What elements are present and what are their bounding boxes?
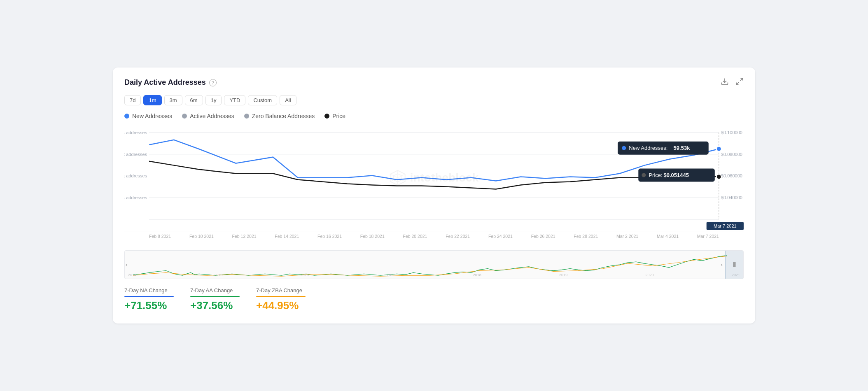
filter-custom[interactable]: Custom — [248, 95, 277, 105]
scroll-left-button[interactable]: ‹ — [126, 261, 128, 268]
x-label-8: Feb 24 2021 — [488, 234, 513, 239]
header-actions — [721, 77, 744, 88]
legend-zero-balance[interactable]: Zero Balance Addresses — [244, 113, 315, 119]
svg-text:75k addresses: 75k addresses — [124, 130, 147, 135]
svg-line-1 — [737, 82, 739, 85]
card-title: Daily Active Addresses — [124, 78, 206, 87]
legend-label-zero: Zero Balance Addresses — [252, 113, 315, 119]
download-icon[interactable] — [721, 77, 729, 88]
scroll-right-button[interactable]: › — [721, 261, 723, 268]
svg-text:Mar 7 2021: Mar 7 2021 — [714, 223, 737, 228]
x-label-3: Feb 14 2021 — [275, 234, 299, 239]
stat-aa-value: +37.56% — [190, 299, 240, 312]
x-label-0: Feb 8 2021 — [149, 234, 171, 239]
svg-text:$0.080000: $0.080000 — [721, 152, 742, 157]
mini-chart-area[interactable]: 2014 2015 2016 2017 2018 2019 2020 2021 … — [124, 250, 744, 279]
time-filters: 7d 1m 3m 6m 1y YTD Custom All — [124, 95, 744, 105]
svg-text:59.53k: 59.53k — [674, 145, 691, 151]
legend-dot-active — [182, 114, 187, 119]
svg-text:$0.051445: $0.051445 — [663, 172, 689, 178]
x-label-4: Feb 16 2021 — [317, 234, 342, 239]
svg-point-24 — [622, 146, 626, 150]
svg-text:60k addresses: 60k addresses — [124, 152, 147, 157]
svg-point-28 — [642, 173, 646, 177]
stat-na-underline — [124, 296, 174, 297]
x-axis: Feb 8 2021 Feb 10 2021 Feb 12 2021 Feb 1… — [124, 231, 744, 239]
scroll-handle-icon — [732, 261, 737, 269]
filter-all[interactable]: All — [280, 95, 296, 105]
stat-aa-underline — [190, 296, 240, 297]
stat-zba-underline — [256, 296, 306, 297]
legend-label-new: New Addresses — [132, 113, 172, 119]
chart-svg: 75k addresses 60k addresses 45k addresse… — [124, 124, 744, 231]
svg-text:45k addresses: 45k addresses — [124, 174, 147, 179]
svg-text:$0.040000: $0.040000 — [721, 195, 742, 200]
svg-point-21 — [716, 147, 721, 151]
filter-1m[interactable]: 1m — [143, 95, 161, 105]
legend-dot-price — [324, 114, 329, 119]
stat-zba-change: 7-Day ZBA Change +44.95% — [256, 287, 306, 312]
filter-6m[interactable]: 6m — [185, 95, 203, 105]
x-label-1: Feb 10 2021 — [189, 234, 214, 239]
main-card: Daily Active Addresses ? 7d 1m 3m 6m 1y … — [113, 67, 755, 324]
stat-na-label: 7-Day NA Change — [124, 287, 174, 293]
stat-aa-label: 7-Day AA Change — [190, 287, 240, 293]
stat-na-value: +71.55% — [124, 299, 174, 312]
card-header: Daily Active Addresses ? — [124, 77, 744, 88]
svg-text:$0.100000: $0.100000 — [721, 130, 742, 135]
stat-zba-label: 7-Day ZBA Change — [256, 287, 306, 293]
legend-price[interactable]: Price — [324, 113, 345, 119]
svg-text:Price:: Price: — [649, 172, 662, 178]
x-label-7: Feb 22 2021 — [446, 234, 470, 239]
scroll-handle[interactable] — [725, 251, 743, 279]
legend-label-active: Active Addresses — [190, 113, 234, 119]
x-label-2: Feb 12 2021 — [232, 234, 257, 239]
x-label-13: Mar 7 2021 — [697, 234, 719, 239]
legend-label-price: Price — [332, 113, 345, 119]
filter-ytd[interactable]: YTD — [224, 95, 245, 105]
x-label-12: Mar 4 2021 — [657, 234, 679, 239]
legend-active-addresses[interactable]: Active Addresses — [182, 113, 234, 119]
legend-dot-zero — [244, 114, 249, 119]
filter-1y[interactable]: 1y — [205, 95, 222, 105]
svg-text:$0.060000: $0.060000 — [721, 174, 742, 179]
x-label-9: Feb 26 2021 — [531, 234, 555, 239]
legend: New Addresses Active Addresses Zero Bala… — [124, 113, 744, 119]
main-chart-area[interactable]: intotheblock 75k addresses 60k addresses… — [124, 124, 744, 231]
svg-text:30k addresses: 30k addresses — [124, 195, 147, 200]
mini-chart-svg — [125, 251, 743, 279]
legend-dot-new — [124, 114, 129, 119]
filter-3m[interactable]: 3m — [164, 95, 182, 105]
stat-aa-change: 7-Day AA Change +37.56% — [190, 287, 240, 312]
x-label-6: Feb 20 2021 — [403, 234, 427, 239]
svg-text:New Addresses:: New Addresses: — [629, 145, 667, 151]
svg-line-0 — [740, 79, 743, 81]
stats-row: 7-Day NA Change +71.55% 7-Day AA Change … — [124, 287, 744, 312]
title-row: Daily Active Addresses ? — [124, 78, 217, 87]
help-icon[interactable]: ? — [209, 79, 217, 86]
expand-icon[interactable] — [735, 77, 744, 88]
stat-zba-value: +44.95% — [256, 299, 306, 312]
stat-na-change: 7-Day NA Change +71.55% — [124, 287, 174, 312]
svg-point-22 — [716, 175, 721, 179]
x-label-11: Mar 2 2021 — [616, 234, 638, 239]
filter-7d[interactable]: 7d — [124, 95, 141, 105]
x-label-10: Feb 28 2021 — [574, 234, 598, 239]
x-label-5: Feb 18 2021 — [360, 234, 385, 239]
legend-new-addresses[interactable]: New Addresses — [124, 113, 172, 119]
